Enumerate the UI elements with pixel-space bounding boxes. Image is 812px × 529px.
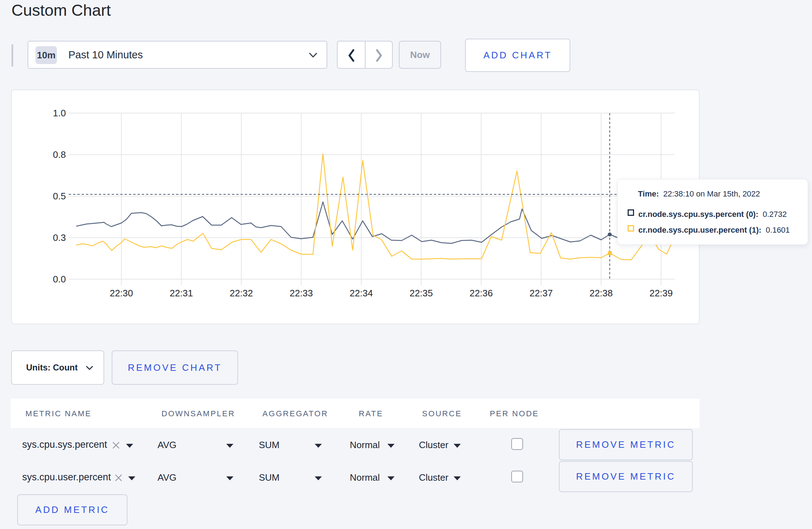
svg-text:22:37: 22:37 <box>530 288 553 299</box>
svg-text:22:38: 22:38 <box>589 288 613 299</box>
svg-text:22:33: 22:33 <box>290 288 313 299</box>
svg-text:22:39: 22:39 <box>649 288 673 299</box>
svg-text:22:32: 22:32 <box>229 288 253 299</box>
svg-text:22:36: 22:36 <box>469 288 493 299</box>
svg-text:1.0: 1.0 <box>53 108 66 118</box>
svg-text:0.8: 0.8 <box>53 149 66 160</box>
svg-text:22:31: 22:31 <box>170 288 193 299</box>
svg-text:22:35: 22:35 <box>410 288 433 299</box>
svg-text:22:30: 22:30 <box>110 288 133 299</box>
svg-text:0.5: 0.5 <box>53 191 66 202</box>
svg-text:0.3: 0.3 <box>53 232 66 243</box>
svg-text:22:34: 22:34 <box>349 288 373 299</box>
svg-text:0.0: 0.0 <box>53 274 66 285</box>
